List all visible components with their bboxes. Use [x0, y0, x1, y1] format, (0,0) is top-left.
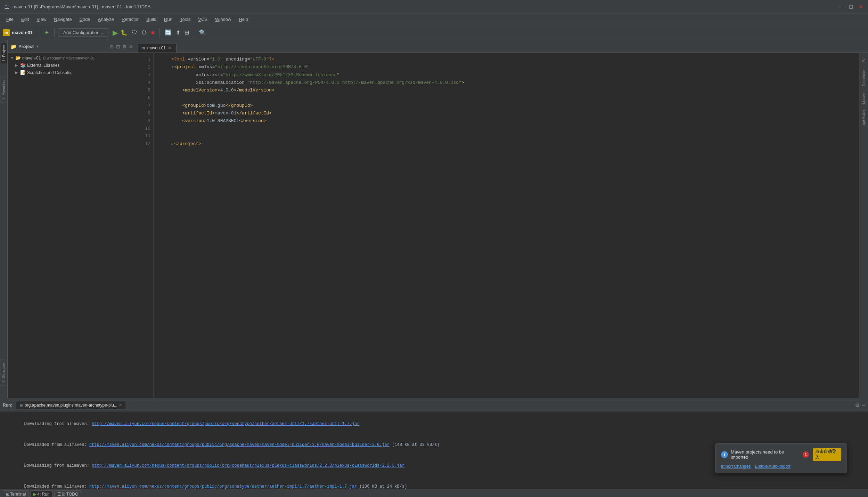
- menu-vcs[interactable]: VCS: [195, 15, 211, 23]
- lib-icon: 📚: [20, 63, 26, 68]
- output-line-4: Downloaded from alimaven: http://maven.a…: [4, 476, 864, 489]
- line-num-6: 6: [136, 94, 150, 102]
- enable-auto-import-link[interactable]: Enable Auto-import: [755, 464, 790, 469]
- ant-build-panel-tab[interactable]: Ant Build: [860, 107, 867, 128]
- tree-label-scratches: Scratches and Consoles: [27, 70, 72, 75]
- notification-info-icon: i: [721, 451, 728, 458]
- profile-icon[interactable]: ⏱: [140, 28, 148, 37]
- terminal-tab-button[interactable]: ⊞ Terminal: [3, 490, 29, 497]
- todo-tab-button[interactable]: ☰ 6: TODO: [54, 490, 82, 497]
- close-button[interactable]: ✕: [858, 4, 864, 10]
- arrow-icon: ▶: [15, 63, 20, 67]
- code-line-12: ▶</project>: [161, 140, 859, 148]
- project-panel: 📁 Project ▼ ⊕ ⊟ ⚙ ✕ ▼ 📂 maven-01 D:\Pro: [8, 40, 136, 398]
- run-with-coverage-icon[interactable]: 🛡: [130, 28, 139, 37]
- hide-panel-icon[interactable]: ─: [862, 402, 865, 408]
- tree-item-maven-root[interactable]: ▼ 📂 maven-01 D:\Programs\Maven\maven-01: [8, 54, 136, 62]
- notification-title: Maven projects need to be imported: [731, 449, 800, 460]
- code-line-9: <version>1.0-SNAPSHOT</version>: [161, 117, 859, 125]
- gear-icon[interactable]: ⚙: [122, 44, 127, 49]
- toolbar: m maven-01 ✦ Add Configuration... ▶ 🐛 🛡 …: [0, 25, 868, 40]
- stop-button[interactable]: ■: [150, 28, 156, 37]
- terminal-label: Terminal: [10, 492, 26, 497]
- toolbar-separator-2: [54, 28, 55, 38]
- bottom-tab-run[interactable]: m org.apache.maven.plugins:maven-archety…: [16, 401, 125, 409]
- menu-refactor[interactable]: Refactor: [118, 15, 142, 23]
- settings-icon[interactable]: ⚙: [855, 402, 860, 408]
- database-panel-tab[interactable]: Database: [860, 67, 867, 89]
- notification-highlight: 点击自动导入: [813, 448, 841, 461]
- editor-tab-maven-01[interactable]: m maven-01 ✕: [138, 43, 177, 53]
- menu-edit[interactable]: Edit: [18, 15, 32, 23]
- find-icon[interactable]: 🔍: [198, 28, 207, 37]
- bottom-tabs: Run: m org.apache.maven.plugins:maven-ar…: [0, 399, 868, 411]
- code-editor[interactable]: <?xml version="1.0" encoding="UTF-8"?> ▼…: [154, 53, 859, 398]
- scratches-icon: 📝: [20, 70, 26, 75]
- menu-help[interactable]: Help: [235, 15, 252, 23]
- code-line-5: <modelVersion>4.0.0</modelVersion>: [161, 87, 859, 94]
- tree-path-maven-01: D:\Programs\Maven\maven-01: [43, 56, 95, 60]
- title-bar-left: 🗂 maven-01 [D:\Programs\Maven\maven-01] …: [4, 4, 150, 10]
- menu-run[interactable]: Run: [161, 15, 176, 23]
- title-bar: 🗂 maven-01 [D:\Programs\Maven\maven-01] …: [0, 0, 868, 14]
- maven-panel-tab[interactable]: Maven: [860, 90, 867, 107]
- code-line-1: <?xml version="1.0" encoding="UTF-8"?>: [161, 56, 859, 63]
- project-side-tab[interactable]: 1: Project: [1, 43, 7, 63]
- run-button[interactable]: ▶: [113, 29, 118, 37]
- menu-bar: File Edit View Navigate Code Analyze Ref…: [0, 14, 868, 25]
- search-everywhere-icon[interactable]: ✦: [43, 27, 51, 38]
- run-tab-label: org.apache.maven.plugins:maven-archetype…: [25, 403, 117, 408]
- project-header: 📁 Project ▼ ⊕ ⊟ ⚙ ✕: [8, 40, 136, 53]
- folder-icon: 📂: [15, 55, 21, 61]
- run-tab-close[interactable]: ✕: [119, 403, 122, 407]
- tab-close-maven-01[interactable]: ✕: [168, 46, 171, 50]
- menu-window[interactable]: Window: [212, 15, 235, 23]
- left-structure-tab: 7: Structure: [0, 360, 7, 386]
- project-dropdown-icon[interactable]: ▼: [36, 45, 39, 48]
- terminal-icon[interactable]: ⊞: [183, 28, 190, 37]
- line-num-5: 5: [136, 86, 150, 94]
- tree-item-external-libs[interactable]: ▶ 📚 External Libraries: [8, 62, 136, 69]
- line-num-11: 11: [136, 132, 150, 140]
- run-tab-button[interactable]: ▶ 4: Run: [30, 490, 52, 497]
- menu-navigate[interactable]: Navigate: [50, 15, 75, 23]
- menu-file[interactable]: File: [3, 15, 17, 23]
- menu-view[interactable]: View: [33, 15, 50, 23]
- code-line-4: xsi:schemaLocation="http://maven.apache.…: [161, 79, 859, 87]
- toolbar-separator-1: [39, 28, 39, 38]
- tree-label-external-libs: External Libraries: [27, 63, 59, 68]
- favorites-side-tab[interactable]: 2: Favorites: [0, 77, 7, 103]
- notification-links: Import Changes Enable Auto-import: [721, 464, 841, 469]
- locate-icon[interactable]: ⊕: [110, 44, 114, 49]
- code-line-6: [161, 94, 859, 102]
- bottom-toolbar: ⊞ Terminal ▶ 4: Run ☰ 6: TODO: [0, 489, 868, 497]
- close-panel-icon[interactable]: ✕: [129, 44, 133, 49]
- structure-side-tab[interactable]: 7: Structure: [0, 360, 7, 386]
- collapse-all-icon[interactable]: ⊟: [116, 44, 120, 49]
- tab-maven-icon: m: [141, 46, 145, 50]
- terminal-icon: ⊞: [6, 492, 9, 497]
- update-project-icon[interactable]: 🔄: [163, 28, 173, 37]
- menu-tools[interactable]: Tools: [177, 15, 194, 23]
- code-line-3: xmlns:xsi="http://www.w3.org/2001/XMLSch…: [161, 71, 859, 79]
- vcs-icon[interactable]: ⬆: [174, 28, 182, 37]
- code-line-7: <groupId>com.guo</groupId>: [161, 102, 859, 110]
- menu-code[interactable]: Code: [76, 15, 94, 23]
- project-name: maven-01: [12, 30, 33, 35]
- code-line-8: <artifactId>maven-01</artifactId>: [161, 110, 859, 117]
- import-changes-link[interactable]: Import Changes: [721, 464, 751, 469]
- line-num-10: 10: [136, 125, 150, 132]
- add-configuration-button[interactable]: Add Configuration...: [58, 28, 108, 37]
- line-numbers: 1 2 3 4 5 6 7 8 9 10 11 12: [136, 53, 154, 398]
- run-label: 4: Run: [37, 492, 49, 497]
- bottom-panel-icons: ⚙ ─: [855, 402, 865, 408]
- line-num-3: 3: [136, 71, 150, 79]
- toolbar-separator-3: [159, 28, 160, 38]
- tree-item-scratches[interactable]: ▶ 📝 Scratches and Consoles: [8, 69, 136, 76]
- minimize-button[interactable]: ─: [838, 4, 844, 10]
- menu-build[interactable]: Build: [143, 15, 160, 23]
- menu-analyze[interactable]: Analyze: [95, 15, 117, 23]
- debug-button[interactable]: 🐛: [119, 28, 129, 37]
- maximize-button[interactable]: □: [848, 4, 854, 10]
- tree-label-maven-01: maven-01: [22, 56, 41, 61]
